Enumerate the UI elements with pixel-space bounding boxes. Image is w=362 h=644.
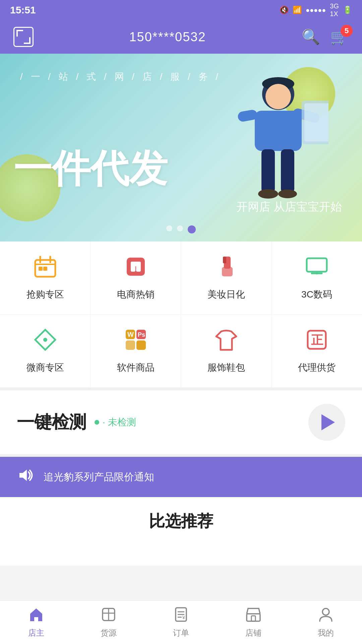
cart-button[interactable]: 🛒 5 — [330, 28, 349, 46]
category-item-clothing[interactable]: 服饰鞋包 — [181, 315, 272, 388]
category-item-beauty[interactable]: 美妆日化 — [181, 241, 272, 315]
svg-rect-6 — [261, 149, 275, 193]
home-icon — [28, 606, 44, 625]
tab-item-profile[interactable]: 我的 — [290, 601, 362, 644]
header-right: 🔍 🛒 5 — [302, 28, 349, 46]
wifi-icon: 📶 — [293, 6, 302, 14]
category-grid: 抢购专区 电商热销 美妆日化 — [0, 241, 362, 390]
play-triangle-icon — [321, 414, 335, 430]
svg-rect-46 — [251, 616, 255, 621]
dot-3 — [188, 225, 196, 233]
banner-sub-text: 开网店 从店宝宝开始 — [236, 199, 342, 215]
svg-point-28 — [43, 338, 47, 342]
svg-point-8 — [258, 189, 278, 199]
notice-bar[interactable]: 追光豹系列产品限价通知 — [0, 457, 362, 497]
wechat-icon — [34, 328, 57, 355]
battery-icon: 🔋 — [343, 6, 352, 14]
banner-dots — [166, 225, 196, 233]
category-item-software[interactable]: W Ps 软件商品 — [90, 315, 181, 388]
category-item-digital[interactable]: 3C数码 — [272, 241, 362, 315]
banner[interactable]: / 一 / 站 / 式 / 网 / 店 / 服 / 务 / 一件代发 开网店 从… — [0, 54, 362, 241]
beauty-icon — [215, 255, 238, 282]
section-title-area: 比选推荐 — [0, 497, 362, 566]
category-label-software: 软件商品 — [117, 361, 155, 374]
section-title: 比选推荐 — [17, 511, 345, 532]
tab-item-home[interactable]: 店主 — [0, 601, 72, 644]
status-time: 15:51 — [10, 4, 36, 16]
tab-label-supply: 货源 — [101, 628, 117, 638]
status-icons: 🔇 📶 ●●●●● 3G1X 🔋 — [280, 2, 352, 18]
svg-rect-21 — [131, 262, 141, 266]
svg-point-9 — [278, 190, 297, 198]
clothing-icon — [215, 328, 238, 355]
category-item-wechat[interactable]: 微商专区 — [0, 315, 90, 388]
agency-icon: 正 — [305, 328, 328, 355]
search-button[interactable]: 🔍 — [302, 28, 320, 46]
profile-icon — [318, 606, 334, 625]
tab-item-supply[interactable]: 货源 — [72, 601, 145, 644]
order-icon: ¥ — [173, 606, 189, 625]
category-label-beauty: 美妆日化 — [207, 288, 245, 301]
svg-rect-25 — [307, 258, 327, 272]
category-label-ecommerce: 电商热销 — [117, 288, 155, 301]
banner-main-text: 一件代发 — [13, 149, 168, 188]
software-icon: W Ps — [124, 328, 147, 355]
svg-point-2 — [265, 84, 291, 109]
tab-bar: 店主 货源 ¥ 订单 — [0, 600, 362, 644]
svg-rect-34 — [136, 340, 146, 350]
svg-text:W: W — [127, 331, 134, 338]
cart-badge: 5 — [341, 25, 353, 37]
network-type: 3G1X — [330, 2, 339, 18]
category-item-flash-sale[interactable]: 抢购专区 — [0, 241, 90, 315]
category-label-flash-sale: 抢购专区 — [26, 288, 64, 301]
category-label-digital: 3C数码 — [301, 288, 332, 301]
scan-button[interactable] — [13, 27, 34, 47]
store-icon — [245, 606, 261, 625]
tab-item-store[interactable]: 店铺 — [217, 601, 290, 644]
svg-text:¥: ¥ — [182, 615, 185, 620]
banner-person-illustration — [228, 74, 328, 215]
detection-section: 一键检测 · 未检测 — [0, 390, 362, 457]
signal-icon: ●●●●● — [306, 6, 326, 14]
svg-rect-18 — [127, 258, 145, 276]
tab-item-order[interactable]: ¥ 订单 — [145, 601, 217, 644]
svg-rect-23 — [222, 267, 233, 276]
svg-rect-17 — [43, 267, 47, 271]
notice-text: 追光豹系列产品限价通知 — [44, 470, 154, 484]
tab-label-store: 店铺 — [245, 628, 261, 638]
svg-rect-7 — [281, 149, 294, 193]
svg-rect-16 — [39, 267, 43, 271]
flash-sale-icon — [34, 255, 57, 282]
detection-play-button[interactable] — [308, 404, 345, 441]
header: 150****0532 🔍 🛒 5 — [0, 20, 362, 54]
category-label-agency: 代理供货 — [298, 361, 336, 374]
header-title: 150****0532 — [129, 30, 206, 44]
svg-text:正: 正 — [311, 333, 323, 347]
dot-1 — [166, 225, 172, 231]
svg-rect-45 — [247, 614, 260, 621]
category-label-wechat: 微商专区 — [26, 361, 64, 374]
category-item-ecommerce[interactable]: 电商热销 — [90, 241, 181, 315]
digital-icon — [305, 255, 328, 282]
mute-icon: 🔇 — [280, 6, 289, 14]
banner-subtitle: / 一 / 站 / 式 / 网 / 店 / 服 / 务 / — [20, 70, 221, 83]
svg-point-47 — [322, 608, 329, 615]
tab-label-order: 订单 — [173, 628, 189, 638]
svg-text:Ps: Ps — [138, 331, 145, 338]
svg-rect-3 — [255, 111, 302, 151]
category-item-agency[interactable]: 正 代理供货 — [272, 315, 362, 388]
svg-rect-24 — [223, 257, 226, 263]
speaker-icon — [17, 467, 34, 487]
detection-status-text: · 未检测 — [103, 416, 136, 429]
ecommerce-icon — [124, 255, 147, 282]
tab-label-home: 店主 — [28, 628, 44, 638]
detection-left: 一键检测 · 未检测 — [17, 411, 136, 434]
detection-title: 一键检测 — [17, 411, 86, 434]
dot-2 — [177, 225, 183, 231]
svg-rect-11 — [304, 103, 328, 142]
svg-rect-33 — [126, 340, 135, 350]
supply-icon — [101, 606, 117, 625]
tab-label-profile: 我的 — [318, 628, 334, 638]
detection-status: · 未检测 — [95, 416, 136, 429]
detection-status-dot — [95, 420, 99, 425]
